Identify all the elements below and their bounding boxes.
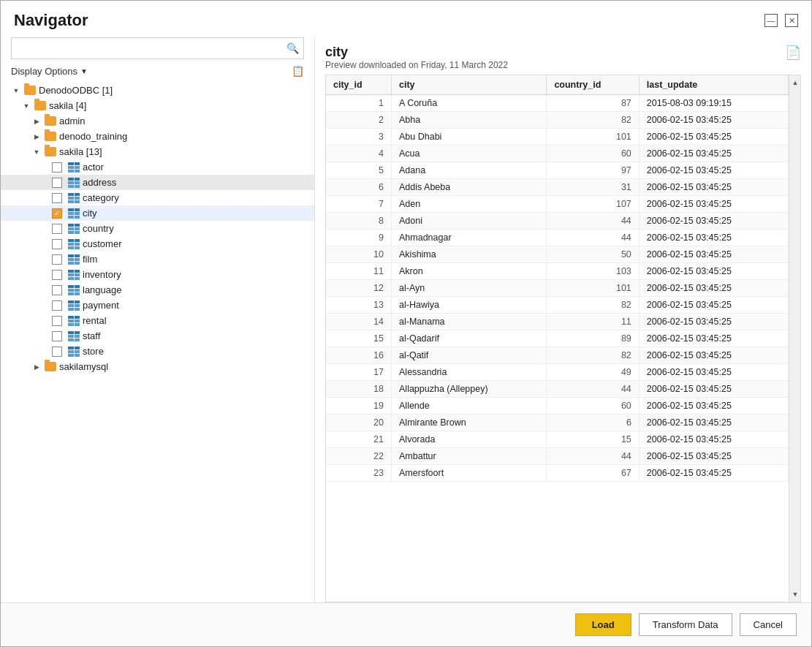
checkbox-staff[interactable] xyxy=(52,331,62,341)
tree-item-category[interactable]: category xyxy=(1,190,314,205)
tree-item-denodoodbc[interactable]: ▼ DenodoODBC [1] xyxy=(1,83,314,98)
tree-item-denodo-training[interactable]: ▶ denodo_training xyxy=(1,129,314,144)
checkbox-payment[interactable] xyxy=(52,300,62,311)
add-table-button[interactable]: 📋 xyxy=(292,65,304,77)
table-cell: Amersfoort xyxy=(392,465,547,482)
data-table: city_id city country_id last_update 1A C… xyxy=(326,75,789,482)
tree-item-film[interactable]: film xyxy=(1,251,314,267)
title-bar-controls: — ✕ xyxy=(764,14,798,27)
table-cell: 2006-02-15 03:45:25 xyxy=(639,347,788,364)
search-button[interactable]: 🔍 xyxy=(281,37,303,59)
checkbox-actor[interactable] xyxy=(52,162,62,173)
table-cell: al-Hawiya xyxy=(392,297,547,314)
tree-label: sakila [13] xyxy=(59,146,102,157)
table-cell: 2006-02-15 03:45:25 xyxy=(639,448,788,465)
checkbox-category[interactable] xyxy=(52,193,62,203)
checkbox-rental[interactable] xyxy=(52,316,62,326)
tree-item-staff[interactable]: staff xyxy=(1,328,314,344)
expand-icon: ▼ xyxy=(21,101,31,111)
tree-item-sakila4[interactable]: ▼ sakila [4] xyxy=(1,98,314,113)
tree-item-language[interactable]: language xyxy=(1,282,314,298)
table-cell: 82 xyxy=(547,297,639,314)
preview-header-text: city Preview downloaded on Friday, 11 Ma… xyxy=(325,45,508,70)
tree-label: film xyxy=(83,254,97,265)
table-cell: 103 xyxy=(547,263,639,280)
checkbox-language[interactable] xyxy=(52,285,62,295)
navigator-dialog: Navigator — ✕ 🔍 Display Options ▼ 📋 xyxy=(0,0,812,647)
table-cell: Addis Abeba xyxy=(392,179,547,196)
table-cell: Almirante Brown xyxy=(392,415,547,431)
display-options-bar: Display Options ▼ 📋 xyxy=(1,65,314,83)
checkbox-inventory[interactable] xyxy=(52,270,62,280)
tree-label: sakila [4] xyxy=(49,100,86,111)
preview-icon-button[interactable]: 📄 xyxy=(785,45,801,61)
table-cell: Akishima xyxy=(392,246,547,263)
scroll-up-button[interactable]: ▲ xyxy=(789,75,801,90)
tree-item-address[interactable]: address xyxy=(1,175,314,190)
checkbox-store[interactable] xyxy=(52,347,62,357)
table-row: 8Adoni442006-02-15 03:45:25 xyxy=(326,213,789,230)
search-input[interactable] xyxy=(12,43,281,54)
table-icon-address xyxy=(68,178,80,188)
table-cell: Adoni xyxy=(392,213,547,230)
table-icon-customer xyxy=(68,239,80,249)
tree-item-customer[interactable]: customer xyxy=(1,236,314,251)
table-cell: A Coruña xyxy=(392,95,547,112)
tree-item-city[interactable]: ✓ city xyxy=(1,205,314,221)
table-cell: 17 xyxy=(326,364,392,381)
folder-icon xyxy=(45,362,56,371)
scroll-down-button[interactable]: ▼ xyxy=(789,587,801,602)
right-panel: city Preview downloaded on Friday, 11 Ma… xyxy=(315,37,811,602)
tree-item-store[interactable]: store xyxy=(1,344,314,359)
table-cell: 15 xyxy=(547,431,639,448)
folder-icon xyxy=(45,132,56,141)
table-cell: 8 xyxy=(326,213,392,230)
load-button[interactable]: Load xyxy=(575,613,631,636)
tree-item-inventory[interactable]: inventory xyxy=(1,267,314,282)
tree-item-payment[interactable]: payment xyxy=(1,298,314,313)
col-country-id: country_id xyxy=(547,75,639,95)
minimize-button[interactable]: — xyxy=(764,14,778,27)
table-cell: 44 xyxy=(547,448,639,465)
table-cell: 49 xyxy=(547,364,639,381)
checkbox-city[interactable]: ✓ xyxy=(52,208,62,219)
display-options-button[interactable]: Display Options ▼ xyxy=(11,66,88,77)
transform-data-button[interactable]: Transform Data xyxy=(639,613,732,636)
table-cell: 89 xyxy=(547,330,639,347)
table-cell: 2006-02-15 03:45:25 xyxy=(639,398,788,415)
table-row: 6Addis Abeba312006-02-15 03:45:25 xyxy=(326,179,789,196)
table-cell: Ahmadnagar xyxy=(392,230,547,246)
table-cell: 2006-02-15 03:45:25 xyxy=(639,465,788,482)
tree-item-country[interactable]: country xyxy=(1,221,314,236)
table-cell: 2006-02-15 03:45:25 xyxy=(639,263,788,280)
tree-item-admin[interactable]: ▶ admin xyxy=(1,113,314,129)
table-cell: Abha xyxy=(392,112,547,129)
tree-item-rental[interactable]: rental xyxy=(1,313,314,328)
cancel-button[interactable]: Cancel xyxy=(740,613,797,636)
table-row: 11Akron1032006-02-15 03:45:25 xyxy=(326,263,789,280)
table-cell: Acua xyxy=(392,145,547,162)
tree-item-sakila13[interactable]: ▼ sakila [13] xyxy=(1,144,314,159)
checkbox-address[interactable] xyxy=(52,178,62,188)
table-cell: 18 xyxy=(326,381,392,398)
checkbox-customer[interactable] xyxy=(52,239,62,249)
table-cell: Adana xyxy=(392,162,547,179)
checkbox-film[interactable] xyxy=(52,254,62,265)
close-button[interactable]: ✕ xyxy=(785,14,798,27)
tree-item-actor[interactable]: actor xyxy=(1,159,314,175)
expand-icon: ▼ xyxy=(11,86,21,96)
table-cell: 1 xyxy=(326,95,392,112)
col-city-id: city_id xyxy=(326,75,392,95)
table-cell: 19 xyxy=(326,398,392,415)
table-icon-film xyxy=(68,254,80,265)
table-icon-staff xyxy=(68,331,80,341)
table-cell: 2006-02-15 03:45:25 xyxy=(639,297,788,314)
checkbox-country[interactable] xyxy=(52,224,62,234)
preview-header: city Preview downloaded on Friday, 11 Ma… xyxy=(325,45,801,70)
tree-item-sakilamysql[interactable]: ▶ sakilamysql xyxy=(1,359,314,374)
display-options-label: Display Options xyxy=(11,66,77,77)
table-row: 1A Coruña872015-08-03 09:19:15 xyxy=(326,95,789,112)
table-cell: 4 xyxy=(326,145,392,162)
table-icon-city xyxy=(68,208,80,219)
tree-label: DenodoODBC [1] xyxy=(39,85,113,96)
